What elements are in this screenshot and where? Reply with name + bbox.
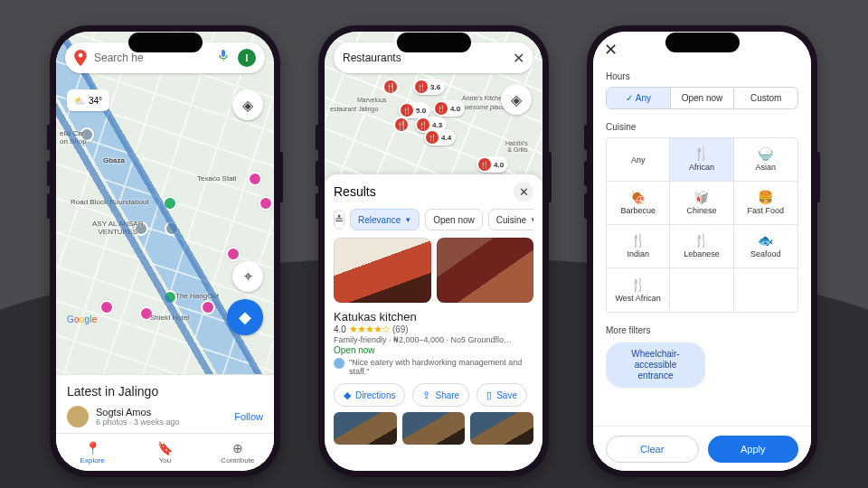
pin-rating: 4.0 — [450, 105, 460, 113]
phone-notch — [128, 33, 203, 52]
poi-pink[interactable] — [259, 196, 273, 211]
clear-button[interactable]: Clear — [606, 436, 699, 463]
poi-green[interactable] — [163, 196, 177, 211]
rating-value: 4.0 — [334, 324, 346, 334]
restaurant-pin[interactable]: 🍴 — [393, 117, 410, 133]
result-name[interactable]: Katukas kitchen — [334, 310, 533, 324]
result-photo[interactable] — [470, 412, 533, 445]
nav-contribute[interactable]: ⊕ Contribute — [202, 434, 274, 471]
weather-chip[interactable]: ⛅ 34° — [67, 89, 109, 111]
cuisine-any[interactable]: Any — [607, 138, 670, 182]
plus-circle-icon: ⊕ — [232, 441, 243, 455]
tune-button[interactable]: ≛ — [334, 210, 344, 230]
cuisine-grid: Any 🍴African 🍚Asian 🍖Barbecue 🥡Chinese 🍔… — [606, 137, 798, 313]
cuisine-asian[interactable]: 🍚Asian — [734, 138, 797, 182]
cuisine-empty — [734, 268, 797, 312]
poi-pink[interactable] — [99, 300, 114, 314]
apply-button[interactable]: Apply — [708, 436, 799, 463]
cell-label: Asian — [756, 163, 777, 172]
hours-open-now[interactable]: Open now — [670, 88, 734, 108]
account-avatar[interactable]: I — [238, 49, 256, 67]
restaurant-pin[interactable]: 🍴3.6 — [413, 79, 445, 95]
phone-explore: ello Car on Shop Gbaza Texaco Stati Road… — [50, 25, 280, 477]
search-chip-text[interactable]: Restaurants — [343, 52, 505, 64]
story-meta: 6 photos · 3 weeks ago — [96, 418, 227, 427]
bookmark-icon: ▯ — [486, 389, 492, 401]
filter-cuisine[interactable]: Cuisine▼ — [488, 209, 533, 230]
chip-label: Relevance — [358, 215, 401, 225]
layers-icon: ◈ — [511, 91, 522, 108]
follow-button[interactable]: Follow — [234, 411, 263, 422]
filters-pane: ✕ Hours ✓Any Open now Custom Cuisine Any… — [593, 32, 811, 471]
restaurant-pin[interactable]: 🍴4.4 — [424, 129, 456, 145]
restaurant-pin[interactable]: 🍴4.0 — [476, 156, 508, 173]
poi-generic[interactable] — [80, 127, 94, 142]
cell-label: Chinese — [686, 206, 716, 215]
bowl-icon: 🍚 — [758, 147, 773, 160]
cuisine-lebanese[interactable]: 🍴Lebanese — [670, 225, 733, 268]
btn-label: Clear — [640, 444, 664, 455]
map-label: ello Car on Shop — [60, 129, 87, 145]
fork-knife-icon: 🍴 — [393, 117, 410, 133]
map-label: Annie's Kitchen — [462, 95, 505, 101]
filter-wheelchair[interactable]: Wheelchair-accessible entrance — [606, 343, 705, 388]
phone-notch — [397, 33, 471, 52]
save-button[interactable]: ▯Save — [476, 383, 527, 407]
pin-icon: 📍 — [85, 441, 100, 455]
hours-segmented: ✓Any Open now Custom — [606, 87, 798, 109]
my-location-button[interactable]: ⌖ — [232, 261, 263, 292]
fork-knife-icon: 🍴 — [426, 131, 439, 144]
result-photo[interactable] — [334, 238, 431, 303]
poi-pink[interactable] — [139, 306, 154, 321]
hours-custom[interactable]: Custom — [733, 88, 797, 108]
nav-label: You — [159, 456, 172, 465]
poi-pink[interactable] — [248, 172, 262, 186]
layers-button[interactable]: ◈ — [232, 89, 263, 120]
fork-knife-icon: 🍴 — [630, 278, 646, 291]
directions-icon: ◆ — [239, 307, 251, 327]
cuisine-west-african[interactable]: 🍴West African — [607, 268, 670, 312]
restaurant-pin[interactable]: 🍴 — [382, 79, 399, 95]
poi-green[interactable] — [163, 290, 177, 305]
poi-pink[interactable] — [201, 300, 215, 314]
cuisine-seafood[interactable]: 🐟Seafood — [734, 225, 797, 268]
result-photo[interactable] — [402, 412, 466, 445]
tune-icon: ≛ — [335, 213, 344, 226]
poi-generic[interactable] — [165, 221, 179, 236]
cell-label: African — [689, 163, 714, 172]
nav-you[interactable]: 🔖 You — [128, 434, 201, 471]
close-icon[interactable]: ✕ — [513, 50, 524, 67]
hours-any[interactable]: ✓Any — [607, 88, 670, 108]
map-label: estaurant Jalingo — [330, 106, 378, 112]
directions-fab[interactable]: ◆ — [227, 299, 263, 335]
filter-relevance[interactable]: Relevance▼ — [350, 209, 420, 230]
svg-rect-1 — [222, 50, 225, 57]
result-photo[interactable] — [334, 412, 397, 445]
directions-button[interactable]: ◆Directions — [334, 383, 405, 407]
cuisine-barbecue[interactable]: 🍖Barbecue — [607, 182, 670, 225]
filter-open-now[interactable]: Open now — [425, 209, 483, 230]
phone-filters: ✕ Hours ✓Any Open now Custom Cuisine Any… — [587, 25, 817, 477]
result-photo[interactable] — [437, 238, 534, 303]
restaurant-pin[interactable]: 🍴4.0 — [433, 100, 465, 117]
poi-generic[interactable] — [134, 221, 148, 236]
cuisine-african[interactable]: 🍴African — [670, 138, 733, 182]
fork-knife-icon: 🍴 — [693, 147, 709, 160]
cuisine-chinese[interactable]: 🥡Chinese — [670, 182, 733, 225]
share-button[interactable]: ⇪Share — [412, 383, 469, 407]
filters-row: ≛ Relevance▼ Open now Cuisine▼ — [334, 209, 533, 230]
pin-rating: 4.3 — [432, 121, 442, 129]
story-item[interactable]: Sogtsi Amos 6 photos · 3 weeks ago Follo… — [67, 406, 263, 427]
latest-sheet[interactable]: Latest in Jalingo Sogtsi Amos 6 photos ·… — [56, 374, 274, 433]
layers-button[interactable]: ◈ — [501, 84, 532, 115]
map-label: Habibi's & Grills — [505, 140, 528, 153]
cuisine-fast-food[interactable]: 🍔Fast Food — [734, 182, 797, 225]
poi-pink[interactable] — [226, 247, 241, 261]
close-icon[interactable]: ✕ — [604, 40, 618, 60]
cuisine-indian[interactable]: 🍴Indian — [607, 225, 670, 268]
collapse-button[interactable]: ✕ — [514, 182, 533, 202]
google-logo: Google — [67, 314, 97, 324]
nav-explore[interactable]: 📍 Explore — [56, 434, 128, 471]
mic-icon[interactable] — [218, 49, 231, 67]
result-photos — [334, 238, 533, 303]
